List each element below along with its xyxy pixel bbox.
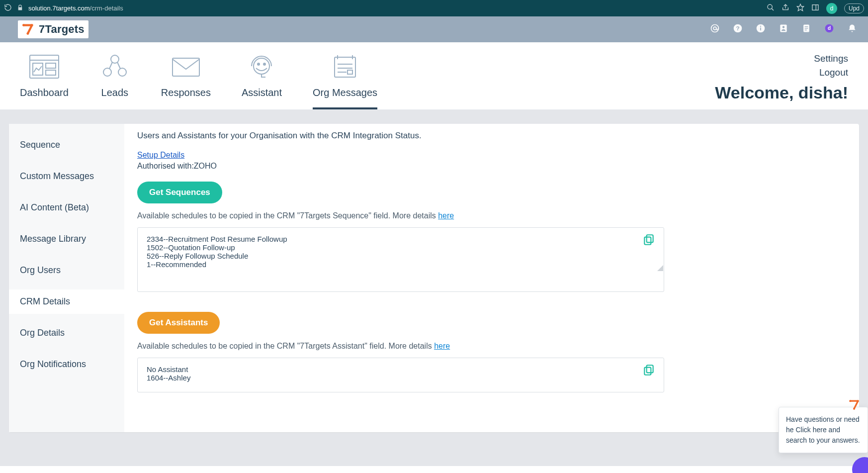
at-icon[interactable] — [710, 23, 720, 35]
share-icon[interactable] — [781, 3, 789, 13]
sequences-help-text: Available schedules to be copied in the … — [137, 211, 438, 220]
auth-provider: ZOHO — [194, 162, 217, 170]
panel-icon[interactable] — [811, 3, 819, 13]
auth-label: Authorised with: — [137, 162, 194, 170]
svg-point-28 — [111, 55, 119, 63]
assistants-textbox[interactable]: No Assistant 1604--Ashley — [137, 358, 664, 392]
bell-icon[interactable] — [847, 23, 857, 35]
svg-point-46 — [849, 400, 851, 402]
zoom-icon[interactable] — [767, 3, 775, 13]
info-icon[interactable] — [756, 23, 766, 35]
svg-text:d: d — [828, 25, 831, 31]
main-nav: Dashboard Leads Responses Assistant Org … — [0, 42, 868, 110]
dashboard-icon — [29, 53, 60, 80]
app-badge-icon[interactable]: d — [824, 23, 834, 35]
url-path: /crm-details — [90, 4, 123, 12]
svg-text:?: ? — [736, 25, 739, 31]
svg-point-5 — [22, 24, 25, 26]
help-popover[interactable]: Have questions or need he Click here and… — [779, 407, 868, 453]
update-pill[interactable]: Upd — [844, 3, 864, 13]
logout-link[interactable]: Logout — [715, 67, 848, 78]
intro-text: Users and Assistants for your Organisati… — [137, 131, 846, 141]
nav-label: Assistant — [242, 87, 282, 98]
nav-tab-dashboard[interactable]: Dashboard — [20, 53, 69, 109]
copy-assistants-icon[interactable] — [642, 364, 655, 378]
reload-icon[interactable] — [4, 3, 12, 13]
svg-point-16 — [782, 26, 784, 28]
sidebar-item-crm-details[interactable]: CRM Details — [9, 289, 124, 314]
star-icon[interactable] — [796, 3, 804, 13]
svg-point-14 — [760, 26, 761, 27]
sidebar-item-org-notifications[interactable]: Org Notifications — [9, 352, 124, 377]
setup-details-link[interactable]: Setup Details — [137, 151, 184, 159]
browser-address-bar: solution.7targets.com/crm-details d Upd — [0, 0, 868, 16]
nav-label: Dashboard — [20, 87, 69, 98]
svg-rect-33 — [173, 58, 199, 76]
get-sequences-button[interactable]: Get Sequences — [137, 182, 222, 203]
svg-rect-13 — [760, 27, 761, 30]
nav-tab-assistant[interactable]: Assistant — [242, 53, 282, 109]
nav-tab-org-messages[interactable]: Org Messages — [313, 53, 377, 109]
svg-rect-41 — [347, 70, 352, 74]
help-icon[interactable]: ? — [733, 23, 743, 35]
sidebar-item-sequence[interactable]: Sequence — [9, 133, 124, 157]
copy-sequences-icon[interactable] — [642, 233, 655, 248]
settings-link[interactable]: Settings — [715, 53, 848, 64]
svg-rect-43 — [644, 237, 651, 245]
sidebar-item-message-library[interactable]: Message Library — [9, 227, 124, 251]
profile-avatar[interactable]: d — [826, 3, 837, 14]
settings-sidebar: Sequence Custom Messages AI Content (Bet… — [9, 124, 124, 432]
svg-rect-44 — [647, 365, 653, 373]
svg-rect-42 — [647, 235, 653, 242]
svg-point-6 — [31, 24, 33, 26]
svg-rect-15 — [780, 25, 786, 32]
svg-point-47 — [857, 400, 859, 402]
nav-label: Leads — [101, 87, 129, 98]
sequences-textbox[interactable]: 2334--Recruitment Post Resume Followup 1… — [137, 227, 664, 292]
brand-logo[interactable]: 7Targets — [18, 20, 88, 38]
sidebar-item-custom-messages[interactable]: Custom Messages — [9, 164, 124, 189]
svg-rect-27 — [46, 70, 56, 75]
svg-point-0 — [768, 4, 772, 9]
svg-rect-45 — [644, 368, 651, 375]
assistants-help-link[interactable]: here — [434, 342, 450, 350]
get-assistants-button[interactable]: Get Assistants — [137, 312, 220, 334]
svg-point-35 — [258, 63, 260, 65]
svg-rect-26 — [46, 63, 56, 68]
resize-handle-icon[interactable] — [657, 265, 663, 271]
welcome-text: Welcome, disha! — [715, 83, 848, 102]
svg-line-31 — [109, 62, 112, 69]
logo-mark-icon — [22, 22, 36, 36]
assistants-help-text: Available schedules to be copied in the … — [137, 342, 434, 350]
svg-marker-2 — [797, 4, 803, 10]
sidebar-item-org-users[interactable]: Org Users — [9, 258, 124, 283]
sequences-help-link[interactable]: here — [438, 211, 454, 220]
brand-name: 7Targets — [39, 23, 85, 36]
help-popover-text: Have questions or need he Click here and… — [786, 414, 861, 446]
svg-point-29 — [103, 68, 111, 76]
assistant-icon — [246, 53, 277, 80]
nav-tab-responses[interactable]: Responses — [161, 53, 211, 109]
sidebar-item-org-details[interactable]: Org Details — [9, 321, 124, 345]
svg-line-1 — [772, 8, 774, 10]
sidebar-item-ai-content[interactable]: AI Content (Beta) — [9, 195, 124, 220]
help-popover-icon — [849, 398, 862, 413]
crm-details-panel: Users and Assistants for your Organisati… — [124, 124, 859, 432]
nav-tab-leads[interactable]: Leads — [99, 53, 130, 109]
svg-point-9 — [713, 27, 716, 30]
org-messages-icon — [330, 53, 360, 80]
svg-point-48 — [853, 408, 855, 410]
svg-rect-3 — [812, 5, 818, 10]
svg-point-34 — [254, 58, 269, 74]
contact-icon[interactable] — [779, 23, 788, 35]
lock-icon — [17, 4, 23, 12]
document-icon[interactable] — [801, 23, 811, 35]
nav-label: Responses — [161, 87, 211, 98]
url-host: solution.7targets.com — [28, 4, 90, 12]
app-topbar: 7Targets ? d — [0, 16, 868, 42]
svg-line-32 — [117, 62, 120, 69]
svg-point-30 — [118, 68, 126, 76]
svg-point-7 — [26, 32, 29, 35]
leads-icon — [99, 53, 130, 80]
nav-label: Org Messages — [313, 87, 377, 98]
